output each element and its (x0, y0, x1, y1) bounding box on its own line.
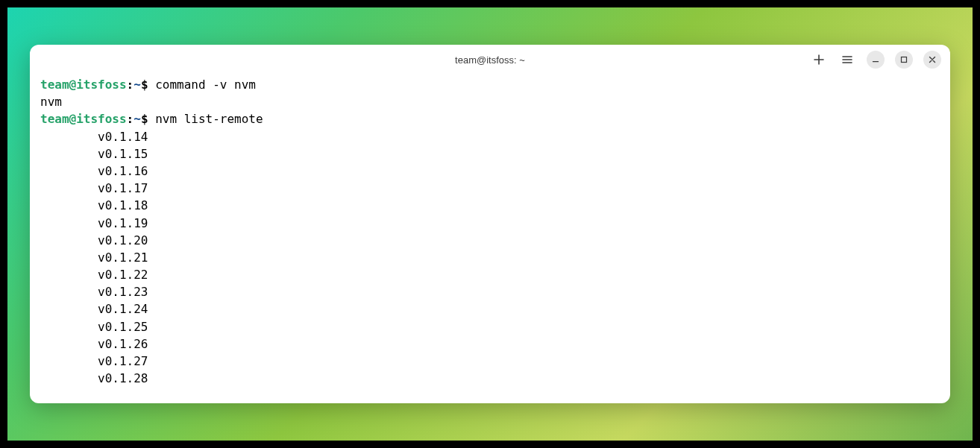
maximize-icon (899, 54, 909, 65)
version-item: v0.1.18 (40, 197, 940, 214)
version-item: v0.1.26 (40, 335, 940, 353)
version-item: v0.1.22 (40, 266, 940, 283)
version-item: v0.1.17 (40, 180, 940, 197)
hamburger-icon (841, 54, 853, 66)
terminal-window: team@itsfoss: ~ (30, 45, 950, 403)
prompt-path: ~ (134, 112, 141, 126)
svg-rect-0 (902, 57, 907, 63)
new-tab-button[interactable] (810, 51, 828, 69)
maximize-button[interactable] (895, 51, 913, 69)
plus-icon (813, 54, 825, 66)
prompt-colon: : (127, 112, 134, 126)
command-output-1: nvm (40, 93, 940, 110)
version-item: v0.1.27 (40, 353, 940, 370)
window-controls (810, 51, 941, 69)
desktop-background: team@itsfoss: ~ (7, 7, 973, 441)
prompt-line-2: team@itsfoss:~$ nvm list-remote (40, 110, 940, 127)
minimize-button[interactable] (867, 51, 885, 69)
version-item: v0.1.16 (40, 163, 940, 180)
close-button[interactable] (923, 51, 941, 69)
version-item: v0.1.19 (40, 215, 940, 232)
version-list: v0.1.14 v0.1.15 v0.1.16 v0.1.17 v0.1.18 … (40, 128, 940, 388)
prompt-line-1: team@itsfoss:~$ command -v nvm (40, 76, 940, 93)
minimize-icon (870, 54, 881, 65)
menu-button[interactable] (838, 51, 856, 69)
prompt-colon: : (127, 78, 134, 92)
command-text: nvm list-remote (155, 112, 263, 126)
window-titlebar: team@itsfoss: ~ (30, 45, 950, 75)
prompt-path: ~ (134, 78, 141, 92)
version-item: v0.1.24 (40, 300, 940, 318)
version-item: v0.1.20 (40, 232, 940, 249)
version-item: v0.1.23 (40, 283, 940, 300)
version-item: v0.1.25 (40, 318, 940, 335)
version-item: v0.1.14 (40, 128, 940, 145)
version-item: v0.1.21 (40, 249, 940, 266)
version-item: v0.1.15 (40, 145, 940, 163)
prompt-dollar: $ (141, 112, 155, 126)
command-text: command -v nvm (155, 78, 256, 92)
prompt-user-host: team@itsfoss (40, 112, 127, 126)
version-item: v0.1.28 (40, 370, 940, 387)
window-title: team@itsfoss: ~ (455, 54, 525, 66)
close-icon (927, 54, 937, 65)
prompt-dollar: $ (141, 78, 155, 92)
prompt-user-host: team@itsfoss (40, 78, 127, 92)
terminal-output-area[interactable]: team@itsfoss:~$ command -v nvm nvm team@… (30, 75, 950, 403)
